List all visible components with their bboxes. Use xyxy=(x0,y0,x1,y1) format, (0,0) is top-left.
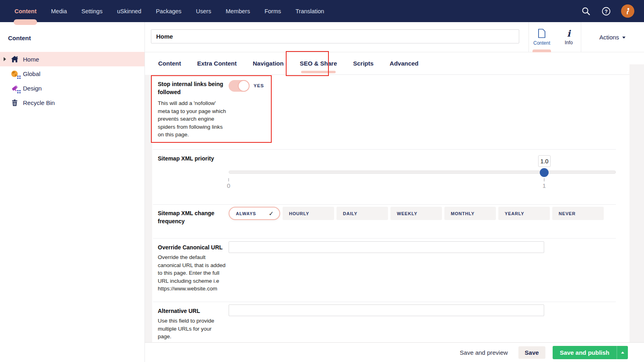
property-label: Sitemap XML priority xyxy=(158,154,227,162)
nav-item-users[interactable]: Users xyxy=(189,0,219,22)
active-subapp-indicator xyxy=(533,49,551,52)
property-row-priority: Sitemap XML priority 1.0 0 1 xyxy=(152,149,630,204)
tab-label: SEO & Share xyxy=(300,60,337,67)
slider-value-box: 1.0 xyxy=(538,155,551,167)
slider-tick-min xyxy=(228,178,229,181)
tab-seo-share[interactable]: SEO & Share xyxy=(300,52,337,74)
nav-item-translation[interactable]: Translation xyxy=(288,0,331,22)
actions-dropdown-button[interactable]: Actions xyxy=(581,22,644,52)
tree-item-home[interactable]: Home xyxy=(0,52,144,66)
frequency-option-hourly[interactable]: HOURLY xyxy=(283,207,334,220)
subapp-tab-info[interactable]: i Info xyxy=(555,22,582,52)
subapp-tab-content[interactable]: Content xyxy=(528,22,555,52)
sidebar-section-heading: Content xyxy=(0,22,144,42)
active-nav-indicator xyxy=(14,19,37,25)
tree-item-label: Global xyxy=(23,70,40,77)
row-divider xyxy=(153,302,616,302)
tab-content[interactable]: Content xyxy=(158,52,181,74)
svg-text:?: ? xyxy=(605,8,607,14)
unpublished-dots-badge xyxy=(17,90,21,93)
save-and-publish-button[interactable]: Save and publish xyxy=(553,346,628,359)
editor-footer: Save and preview Save Save and publish xyxy=(145,342,644,362)
slider-handle[interactable] xyxy=(540,168,549,177)
page-title-input[interactable] xyxy=(151,29,519,43)
content-tree: Home Global xyxy=(0,52,144,110)
unpublished-dots-badge xyxy=(17,76,21,79)
document-icon xyxy=(538,29,546,38)
save-and-preview-button[interactable]: Save and preview xyxy=(460,349,508,356)
subapp-label: Content xyxy=(533,40,550,46)
nav-item-members[interactable]: Members xyxy=(219,0,257,22)
chevron-up-icon xyxy=(621,352,624,354)
tree-item-design[interactable]: Design xyxy=(0,81,144,95)
top-navigation-bar: Content Media Settings uSkinned Packages… xyxy=(0,0,644,22)
property-description: This will add a 'nofollow' meta tag to y… xyxy=(158,99,226,139)
property-row-nofollow: Stop internal links being followed YES T… xyxy=(152,75,630,149)
frequency-option-always[interactable]: ALWAYS ✓ xyxy=(229,207,280,220)
tree-item-recycle-bin[interactable]: Recycle Bin xyxy=(0,95,144,110)
alternative-url-input[interactable] xyxy=(229,304,544,316)
toggle-state-label: YES xyxy=(254,83,264,88)
user-avatar[interactable] xyxy=(621,4,634,18)
top-nav-sections: Content Media Settings uSkinned Packages… xyxy=(0,0,331,22)
tab-navigation[interactable]: Navigation xyxy=(253,52,284,74)
expand-caret-icon[interactable] xyxy=(4,57,6,61)
property-label: Sitemap XML change frequency xyxy=(158,209,227,225)
property-row-frequency: Sitemap XML change frequency ALWAYS ✓ HO… xyxy=(152,204,630,238)
nav-item-packages[interactable]: Packages xyxy=(149,0,189,22)
tab-advanced[interactable]: Advanced xyxy=(390,52,419,74)
row-divider xyxy=(153,204,616,205)
help-icon[interactable]: ? xyxy=(601,6,611,16)
nav-item-uskinned[interactable]: uSkinned xyxy=(110,0,149,22)
editor-main-area: Content i Info Actions Content Extra Con… xyxy=(145,22,644,362)
row-divider xyxy=(153,149,616,150)
frequency-option-yearly[interactable]: YEARLY xyxy=(498,207,550,220)
editor-header: Content i Info Actions xyxy=(145,22,644,52)
frequency-option-label: ALWAYS xyxy=(236,211,256,216)
check-icon: ✓ xyxy=(268,210,274,217)
tab-scripts[interactable]: Scripts xyxy=(353,52,374,74)
properties-scroll-area: Stop internal links being followed YES T… xyxy=(152,75,630,342)
frequency-option-never[interactable]: NEVER xyxy=(552,207,604,220)
nofollow-toggle[interactable] xyxy=(229,80,250,92)
tree-item-global[interactable]: Global xyxy=(0,66,144,81)
frequency-option-weekly[interactable]: WEEKLY xyxy=(390,207,442,220)
globe-icon xyxy=(11,70,19,78)
nav-item-label: Content xyxy=(14,8,37,14)
publish-options-toggle[interactable] xyxy=(617,352,628,354)
top-nav-right-controls: ? xyxy=(581,4,644,18)
property-label: Alternative URL xyxy=(158,307,227,315)
editor-body: Content Extra Content Navigation SEO & S… xyxy=(145,52,644,342)
property-description: Override the default canonical URL that … xyxy=(158,253,226,293)
canonical-url-input[interactable] xyxy=(229,241,544,253)
right-scroll-gutter[interactable] xyxy=(630,64,644,342)
frequency-button-group: ALWAYS ✓ HOURLY DAILY WEEKLY MONTHLY YEA… xyxy=(229,207,604,220)
slider-min-label: 0 xyxy=(225,182,233,189)
frequency-option-monthly[interactable]: MONTHLY xyxy=(444,207,496,220)
tree-item-label: Recycle Bin xyxy=(23,99,55,106)
toggle-knob xyxy=(238,80,250,92)
trash-icon xyxy=(11,99,19,107)
slider-track[interactable] xyxy=(229,171,616,174)
nav-item-settings[interactable]: Settings xyxy=(74,0,109,22)
tree-item-label: Design xyxy=(23,85,42,92)
paint-roller-icon xyxy=(11,84,19,92)
nav-item-forms[interactable]: Forms xyxy=(257,0,288,22)
tab-extra-content[interactable]: Extra Content xyxy=(197,52,237,74)
row-divider xyxy=(153,238,616,239)
save-button[interactable]: Save xyxy=(518,346,545,359)
actions-label: Actions xyxy=(599,34,619,41)
search-icon[interactable] xyxy=(581,6,591,16)
slider-tick-max xyxy=(544,178,545,181)
property-row-canonical: Override Canonical URL Override the defa… xyxy=(152,238,630,302)
frequency-option-daily[interactable]: DAILY xyxy=(336,207,388,220)
property-label: Override Canonical URL xyxy=(158,243,227,251)
content-tab-bar: Content Extra Content Navigation SEO & S… xyxy=(152,52,630,75)
content-tree-sidebar: Content Home Global xyxy=(0,22,145,362)
nav-item-media[interactable]: Media xyxy=(44,0,74,22)
property-label: Stop internal links being followed xyxy=(158,80,227,96)
home-icon xyxy=(11,56,19,63)
left-gutter xyxy=(145,75,152,342)
nav-item-content[interactable]: Content xyxy=(7,0,44,22)
info-icon: i xyxy=(567,29,570,38)
